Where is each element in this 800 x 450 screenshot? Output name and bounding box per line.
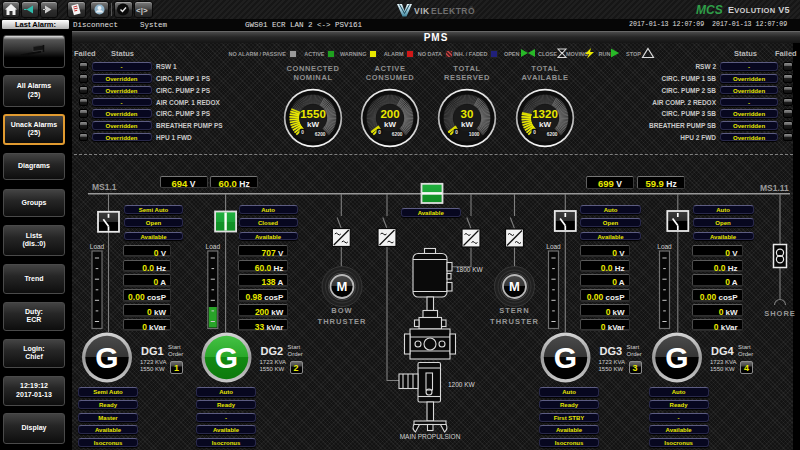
svg-text:G: G (665, 341, 688, 374)
svg-text:kW: kW (461, 120, 473, 129)
svg-text:1550: 1550 (300, 108, 326, 120)
svg-text:kW: kW (539, 120, 551, 129)
svg-text:kW: kW (307, 120, 319, 129)
svg-text:kW: kW (384, 120, 396, 129)
svg-text:200: 200 (380, 108, 399, 120)
svg-text:1320: 1320 (532, 108, 558, 120)
svg-text:6200: 6200 (547, 132, 558, 137)
svg-text:6200: 6200 (315, 132, 326, 137)
svg-text:M: M (509, 279, 520, 294)
svg-text:G: G (215, 341, 238, 374)
svg-text:G: G (554, 341, 577, 374)
svg-text:30: 30 (461, 108, 474, 120)
svg-text:G: G (95, 341, 118, 374)
svg-text:0: 0 (533, 130, 536, 135)
svg-text:1000: 1000 (469, 132, 480, 137)
svg-text:6200: 6200 (392, 132, 403, 137)
svg-text:0: 0 (378, 130, 381, 135)
svg-text:0: 0 (455, 130, 458, 135)
svg-text:0: 0 (301, 130, 304, 135)
svg-text:M: M (337, 279, 348, 294)
